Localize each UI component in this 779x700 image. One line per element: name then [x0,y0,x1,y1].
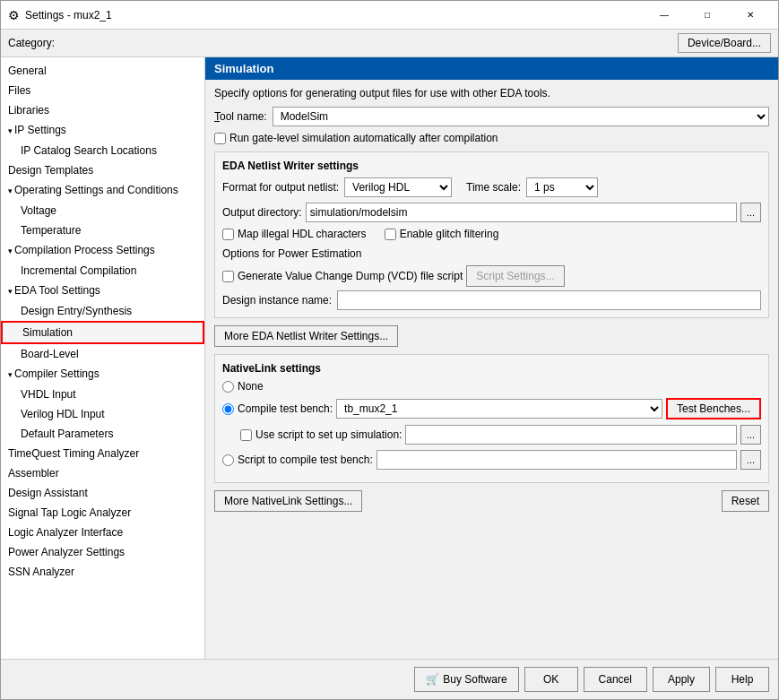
output-dir-row: Output directory: ... [222,203,761,222]
test-benches-button[interactable]: Test Benches... [666,398,761,419]
more-nativelink-button[interactable]: More NativeLink Settings... [214,490,362,512]
timescale-label: Time scale: [466,181,521,194]
browse-button[interactable]: ... [740,203,761,222]
script-settings-button[interactable]: Script Settings... [466,265,564,287]
generate-vcd-row: Generate Value Change Dump (VCD) file sc… [222,265,761,287]
title-controls: — □ ✕ [644,1,771,30]
format-timescale-row: Format for output netlist: Verilog HDL V… [222,177,761,197]
script-compile-row: Script to compile test bench: ... [222,450,761,470]
sidebar: General Files Libraries ▾IP Settings IP … [1,57,205,659]
timescale-select[interactable]: 1 ps 10 ps 100 ps 1 ns [526,177,598,197]
eda-netlist-section: EDA Netlist Writer settings Format for o… [214,151,769,318]
sidebar-item-compilation-process[interactable]: ▾Compilation Process Settings [1,240,204,261]
sidebar-item-design-entry[interactable]: Design Entry/Synthesis [1,301,204,321]
run-gate-checkbox[interactable] [214,133,226,144]
sidebar-item-signal-tap[interactable]: Signal Tap Logic Analyzer [1,503,204,523]
output-dir-input[interactable] [306,203,737,222]
use-script-row: Use script to set up simulation: ... [240,425,761,445]
sidebar-item-default-params[interactable]: Default Parameters [1,424,204,444]
expand-icon-compilation: ▾ [8,246,13,255]
sidebar-item-general[interactable]: General [1,61,204,81]
buy-software-button[interactable]: 🛒 Buy Software [414,667,518,692]
right-panel: Simulation Specify options for generatin… [205,57,778,659]
script-compile-browse-button[interactable]: ... [740,450,761,470]
generate-vcd-checkbox[interactable] [222,271,234,282]
compile-tb-select[interactable]: tb_mux2_1 [336,399,662,419]
power-estimation-title: Options for Power Estimation [222,247,761,260]
sidebar-item-ip-settings[interactable]: ▾IP Settings [1,120,204,141]
window-title: Settings - mux2_1 [25,9,112,22]
script-compile-label: Script to compile test bench: [238,454,373,466]
format-label: Format for output netlist: [222,181,339,194]
sidebar-item-design-templates[interactable]: Design Templates [1,160,204,180]
close-button[interactable]: ✕ [730,1,771,30]
sidebar-item-design-assistant[interactable]: Design Assistant [1,483,204,503]
footer: 🛒 Buy Software OK Cancel Apply Help [1,659,778,699]
eda-netlist-title: EDA Netlist Writer settings [222,160,761,172]
sidebar-item-files[interactable]: Files [1,81,204,100]
ok-button[interactable]: OK [524,667,578,692]
nativelink-title: NativeLink settings [222,362,761,375]
tool-name-label: TTool name:ool name: [214,110,267,123]
format-select[interactable]: Verilog HDL VHDL [344,177,452,197]
sidebar-item-eda-tool[interactable]: ▾EDA Tool Settings [1,281,204,301]
bottom-buttons-row: More NativeLink Settings... Reset [214,490,769,512]
panel-description: Specify options for generating output fi… [214,87,769,99]
apply-button[interactable]: Apply [653,667,710,692]
use-script-input[interactable] [405,425,736,445]
maximize-button[interactable]: □ [687,1,728,30]
use-script-checkbox[interactable] [240,429,252,441]
compile-tb-radio[interactable] [222,403,234,415]
help-button[interactable]: Help [715,667,769,692]
more-eda-button[interactable]: More EDA Netlist Writer Settings... [214,325,398,347]
reset-button[interactable]: Reset [722,490,769,512]
script-compile-radio[interactable] [222,454,234,466]
sidebar-item-voltage[interactable]: Voltage [1,201,204,220]
run-gate-level-row: Run gate-level simulation automatically … [214,132,769,144]
design-instance-input[interactable] [337,290,761,310]
checkbox-pair-row: Map illegal HDL characters Enable glitch… [222,228,761,244]
sidebar-item-vhdl-input[interactable]: VHDL Input [1,385,204,404]
use-script-browse-button[interactable]: ... [740,425,761,445]
compile-tb-label: Compile test bench: [238,402,333,415]
sidebar-item-verilog-input[interactable]: Verilog HDL Input [1,404,204,424]
sidebar-item-ip-catalog[interactable]: IP Catalog Search Locations [1,141,204,160]
script-compile-input[interactable] [377,450,737,470]
sidebar-item-assembler[interactable]: Assembler [1,463,204,483]
output-dir-label: Output directory: [222,206,302,219]
sidebar-item-incremental[interactable]: Incremental Compilation [1,261,204,281]
expand-icon: ▾ [8,126,13,135]
map-illegal-label: Map illegal HDL characters [238,228,367,240]
generate-vcd-label: Generate Value Change Dump (VCD) file sc… [238,270,463,282]
sidebar-item-ssn-analyzer[interactable]: SSN Analyzer [1,562,204,582]
sidebar-item-power-analyzer[interactable]: Power Analyzer Settings [1,542,204,562]
tool-name-select[interactable]: ModelSim VCS Questa NC-Sim [273,107,769,126]
design-instance-row: Design instance name: [222,290,761,310]
sidebar-item-simulation[interactable]: Simulation [1,321,204,344]
map-illegal-row: Map illegal HDL characters [222,228,367,240]
main-window: ⚙ Settings - mux2_1 — □ ✕ Category: Devi… [0,0,779,700]
device-board-button[interactable]: Device/Board... [678,33,771,53]
sidebar-item-operating-settings[interactable]: ▾Operating Settings and Conditions [1,180,204,201]
minimize-button[interactable]: — [644,1,685,30]
sidebar-item-compiler-settings[interactable]: ▾Compiler Settings [1,364,204,385]
enable-glitch-checkbox[interactable] [385,229,396,240]
sidebar-item-logic-analyzer[interactable]: Logic Analyzer Interface [1,523,204,542]
tool-name-row: TTool name:ool name: ModelSim VCS Questa… [214,107,769,126]
expand-icon-compiler: ▾ [8,370,13,379]
design-instance-label: Design instance name: [222,294,332,307]
sidebar-item-timequest[interactable]: TimeQuest Timing Analyzer [1,444,204,463]
cancel-button[interactable]: Cancel [584,667,647,692]
title-bar: ⚙ Settings - mux2_1 — □ ✕ [1,1,778,30]
nativelink-section: NativeLink settings None Compile test be… [214,354,769,483]
run-gate-label: Run gate-level simulation automatically … [229,132,498,144]
none-label: None [238,380,264,393]
sidebar-item-temperature[interactable]: Temperature [1,220,204,240]
none-radio[interactable] [222,381,234,393]
panel-header: Simulation [205,57,778,80]
none-radio-row: None [222,380,761,393]
map-illegal-checkbox[interactable] [222,229,234,240]
sidebar-item-board-level[interactable]: Board-Level [1,344,204,364]
use-script-label: Use script to set up simulation: [255,428,402,441]
sidebar-item-libraries[interactable]: Libraries [1,100,204,120]
